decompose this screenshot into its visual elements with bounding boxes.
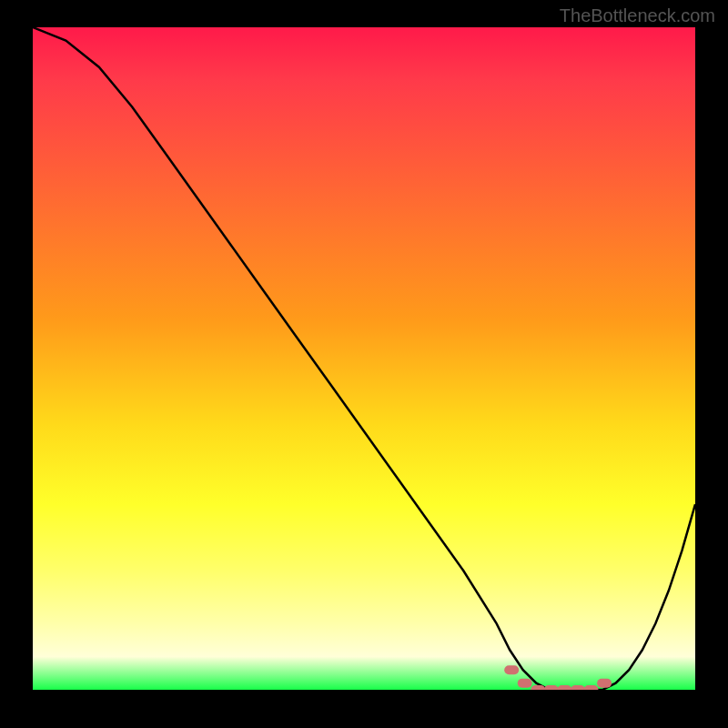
curve-marker: [504, 665, 519, 674]
bottleneck-curve: [33, 27, 695, 690]
curve-marker: [571, 685, 585, 690]
curve-marker: [584, 685, 599, 690]
chart-plot-area: [33, 27, 695, 690]
curve-marker: [597, 679, 612, 688]
marker-group: [504, 665, 612, 690]
curve-marker: [531, 685, 545, 690]
curve-marker: [557, 685, 571, 690]
watermark-text: TheBottleneck.com: [560, 5, 715, 26]
curve-marker: [518, 679, 532, 688]
chart-curve: [33, 27, 695, 690]
curve-marker: [544, 685, 559, 690]
